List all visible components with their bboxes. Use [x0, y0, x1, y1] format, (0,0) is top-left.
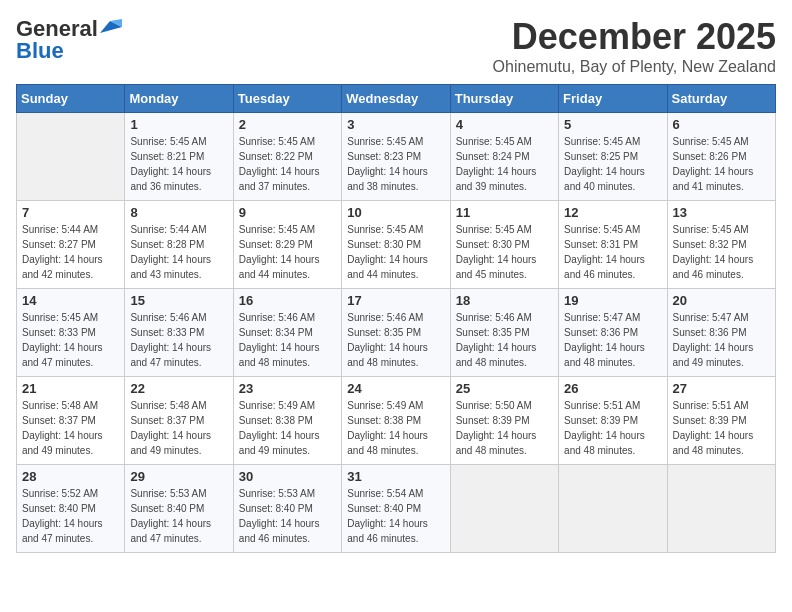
- day-number: 18: [456, 293, 553, 308]
- day-info: Sunrise: 5:45 AMSunset: 8:31 PMDaylight:…: [564, 222, 661, 282]
- day-info: Sunrise: 5:44 AMSunset: 8:28 PMDaylight:…: [130, 222, 227, 282]
- day-number: 19: [564, 293, 661, 308]
- day-info: Sunrise: 5:45 AMSunset: 8:23 PMDaylight:…: [347, 134, 444, 194]
- calendar-cell: 26Sunrise: 5:51 AMSunset: 8:39 PMDayligh…: [559, 377, 667, 465]
- day-number: 29: [130, 469, 227, 484]
- calendar-cell: 2Sunrise: 5:45 AMSunset: 8:22 PMDaylight…: [233, 113, 341, 201]
- calendar-cell: 11Sunrise: 5:45 AMSunset: 8:30 PMDayligh…: [450, 201, 558, 289]
- day-info: Sunrise: 5:48 AMSunset: 8:37 PMDaylight:…: [22, 398, 119, 458]
- day-number: 17: [347, 293, 444, 308]
- day-info: Sunrise: 5:51 AMSunset: 8:39 PMDaylight:…: [564, 398, 661, 458]
- weekday-header: Sunday: [17, 85, 125, 113]
- logo-blue: Blue: [16, 38, 64, 64]
- day-number: 10: [347, 205, 444, 220]
- day-info: Sunrise: 5:48 AMSunset: 8:37 PMDaylight:…: [130, 398, 227, 458]
- weekday-header: Saturday: [667, 85, 775, 113]
- weekday-header: Thursday: [450, 85, 558, 113]
- calendar-cell: 7Sunrise: 5:44 AMSunset: 8:27 PMDaylight…: [17, 201, 125, 289]
- day-number: 22: [130, 381, 227, 396]
- calendar-cell: 13Sunrise: 5:45 AMSunset: 8:32 PMDayligh…: [667, 201, 775, 289]
- day-info: Sunrise: 5:46 AMSunset: 8:34 PMDaylight:…: [239, 310, 336, 370]
- day-info: Sunrise: 5:54 AMSunset: 8:40 PMDaylight:…: [347, 486, 444, 546]
- day-info: Sunrise: 5:50 AMSunset: 8:39 PMDaylight:…: [456, 398, 553, 458]
- calendar-cell: 6Sunrise: 5:45 AMSunset: 8:26 PMDaylight…: [667, 113, 775, 201]
- day-number: 15: [130, 293, 227, 308]
- calendar-cell: 9Sunrise: 5:45 AMSunset: 8:29 PMDaylight…: [233, 201, 341, 289]
- calendar-cell: 3Sunrise: 5:45 AMSunset: 8:23 PMDaylight…: [342, 113, 450, 201]
- weekday-header: Wednesday: [342, 85, 450, 113]
- day-number: 4: [456, 117, 553, 132]
- calendar-cell: 4Sunrise: 5:45 AMSunset: 8:24 PMDaylight…: [450, 113, 558, 201]
- calendar-cell: 5Sunrise: 5:45 AMSunset: 8:25 PMDaylight…: [559, 113, 667, 201]
- calendar-cell: 20Sunrise: 5:47 AMSunset: 8:36 PMDayligh…: [667, 289, 775, 377]
- day-number: 14: [22, 293, 119, 308]
- day-info: Sunrise: 5:49 AMSunset: 8:38 PMDaylight:…: [239, 398, 336, 458]
- day-info: Sunrise: 5:47 AMSunset: 8:36 PMDaylight:…: [564, 310, 661, 370]
- day-info: Sunrise: 5:45 AMSunset: 8:26 PMDaylight:…: [673, 134, 770, 194]
- day-number: 31: [347, 469, 444, 484]
- calendar-cell: [450, 465, 558, 553]
- calendar-cell: 30Sunrise: 5:53 AMSunset: 8:40 PMDayligh…: [233, 465, 341, 553]
- day-info: Sunrise: 5:45 AMSunset: 8:29 PMDaylight:…: [239, 222, 336, 282]
- calendar-cell: 22Sunrise: 5:48 AMSunset: 8:37 PMDayligh…: [125, 377, 233, 465]
- day-info: Sunrise: 5:47 AMSunset: 8:36 PMDaylight:…: [673, 310, 770, 370]
- calendar-cell: 16Sunrise: 5:46 AMSunset: 8:34 PMDayligh…: [233, 289, 341, 377]
- calendar-cell: 31Sunrise: 5:54 AMSunset: 8:40 PMDayligh…: [342, 465, 450, 553]
- day-number: 12: [564, 205, 661, 220]
- calendar-cell: 1Sunrise: 5:45 AMSunset: 8:21 PMDaylight…: [125, 113, 233, 201]
- day-info: Sunrise: 5:49 AMSunset: 8:38 PMDaylight:…: [347, 398, 444, 458]
- calendar-cell: 23Sunrise: 5:49 AMSunset: 8:38 PMDayligh…: [233, 377, 341, 465]
- calendar-cell: 27Sunrise: 5:51 AMSunset: 8:39 PMDayligh…: [667, 377, 775, 465]
- day-number: 8: [130, 205, 227, 220]
- day-number: 21: [22, 381, 119, 396]
- calendar-cell: 25Sunrise: 5:50 AMSunset: 8:39 PMDayligh…: [450, 377, 558, 465]
- calendar-cell: 29Sunrise: 5:53 AMSunset: 8:40 PMDayligh…: [125, 465, 233, 553]
- calendar-cell: 21Sunrise: 5:48 AMSunset: 8:37 PMDayligh…: [17, 377, 125, 465]
- calendar-cell: 12Sunrise: 5:45 AMSunset: 8:31 PMDayligh…: [559, 201, 667, 289]
- day-info: Sunrise: 5:45 AMSunset: 8:32 PMDaylight:…: [673, 222, 770, 282]
- day-info: Sunrise: 5:45 AMSunset: 8:21 PMDaylight:…: [130, 134, 227, 194]
- day-number: 13: [673, 205, 770, 220]
- calendar-cell: 10Sunrise: 5:45 AMSunset: 8:30 PMDayligh…: [342, 201, 450, 289]
- day-info: Sunrise: 5:44 AMSunset: 8:27 PMDaylight:…: [22, 222, 119, 282]
- calendar-cell: [17, 113, 125, 201]
- day-number: 30: [239, 469, 336, 484]
- day-number: 27: [673, 381, 770, 396]
- day-number: 20: [673, 293, 770, 308]
- day-info: Sunrise: 5:45 AMSunset: 8:33 PMDaylight:…: [22, 310, 119, 370]
- day-info: Sunrise: 5:45 AMSunset: 8:22 PMDaylight:…: [239, 134, 336, 194]
- calendar-cell: 19Sunrise: 5:47 AMSunset: 8:36 PMDayligh…: [559, 289, 667, 377]
- day-number: 11: [456, 205, 553, 220]
- calendar-cell: [559, 465, 667, 553]
- calendar-cell: [667, 465, 775, 553]
- day-info: Sunrise: 5:52 AMSunset: 8:40 PMDaylight:…: [22, 486, 119, 546]
- logo-icon: [100, 19, 122, 35]
- day-info: Sunrise: 5:53 AMSunset: 8:40 PMDaylight:…: [130, 486, 227, 546]
- day-number: 9: [239, 205, 336, 220]
- day-number: 23: [239, 381, 336, 396]
- calendar-cell: 24Sunrise: 5:49 AMSunset: 8:38 PMDayligh…: [342, 377, 450, 465]
- day-number: 5: [564, 117, 661, 132]
- day-number: 16: [239, 293, 336, 308]
- day-number: 26: [564, 381, 661, 396]
- day-info: Sunrise: 5:45 AMSunset: 8:24 PMDaylight:…: [456, 134, 553, 194]
- day-info: Sunrise: 5:45 AMSunset: 8:25 PMDaylight:…: [564, 134, 661, 194]
- calendar-cell: 18Sunrise: 5:46 AMSunset: 8:35 PMDayligh…: [450, 289, 558, 377]
- calendar-cell: 14Sunrise: 5:45 AMSunset: 8:33 PMDayligh…: [17, 289, 125, 377]
- day-info: Sunrise: 5:46 AMSunset: 8:35 PMDaylight:…: [347, 310, 444, 370]
- day-info: Sunrise: 5:45 AMSunset: 8:30 PMDaylight:…: [456, 222, 553, 282]
- calendar-cell: 28Sunrise: 5:52 AMSunset: 8:40 PMDayligh…: [17, 465, 125, 553]
- day-number: 25: [456, 381, 553, 396]
- day-number: 2: [239, 117, 336, 132]
- weekday-header: Monday: [125, 85, 233, 113]
- day-number: 28: [22, 469, 119, 484]
- day-number: 6: [673, 117, 770, 132]
- calendar-cell: 8Sunrise: 5:44 AMSunset: 8:28 PMDaylight…: [125, 201, 233, 289]
- calendar-table: SundayMondayTuesdayWednesdayThursdayFrid…: [16, 84, 776, 553]
- location-title: Ohinemutu, Bay of Plenty, New Zealand: [493, 58, 776, 76]
- day-info: Sunrise: 5:46 AMSunset: 8:33 PMDaylight:…: [130, 310, 227, 370]
- day-number: 7: [22, 205, 119, 220]
- calendar-cell: 15Sunrise: 5:46 AMSunset: 8:33 PMDayligh…: [125, 289, 233, 377]
- weekday-header: Tuesday: [233, 85, 341, 113]
- day-info: Sunrise: 5:51 AMSunset: 8:39 PMDaylight:…: [673, 398, 770, 458]
